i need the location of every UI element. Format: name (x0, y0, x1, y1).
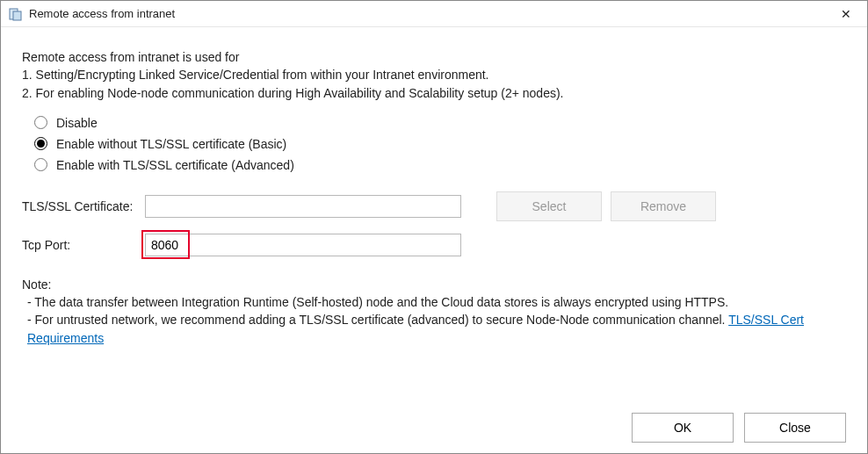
radio-basic[interactable]: Enable without TLS/SSL certificate (Basi… (34, 137, 846, 151)
remove-button: Remove (611, 191, 716, 221)
window-title: Remote access from intranet (29, 7, 828, 20)
radio-advanced[interactable]: Enable with TLS/SSL certificate (Advance… (34, 158, 846, 172)
note-line-2-text: - For untrusted network, we recommend ad… (27, 313, 728, 327)
intro-line-1: Remote access from intranet is used for (22, 48, 846, 66)
radio-basic-label: Enable without TLS/SSL certificate (Basi… (56, 137, 286, 151)
radio-advanced-label: Enable with TLS/SSL certificate (Advance… (56, 158, 294, 172)
radio-disable[interactable]: Disable (34, 116, 846, 130)
tcp-row: Tcp Port: (22, 234, 846, 256)
tcp-port-input[interactable] (145, 234, 461, 256)
app-icon (8, 7, 22, 21)
radio-group: Disable Enable without TLS/SSL certifica… (34, 116, 846, 172)
tls-certificate-input[interactable] (145, 195, 461, 218)
footer: OK Close (22, 402, 846, 443)
radio-disable-input[interactable] (34, 116, 47, 129)
close-icon: ✕ (841, 8, 851, 20)
titlebar: Remote access from intranet ✕ (1, 1, 867, 27)
note-heading: Note: (22, 276, 846, 293)
radio-advanced-input[interactable] (34, 158, 47, 171)
note-line-2: - For untrusted network, we recommend ad… (22, 311, 846, 347)
tls-label: TLS/SSL Certificate: (22, 199, 145, 213)
select-button: Select (496, 191, 602, 221)
ok-button[interactable]: OK (632, 413, 734, 443)
intro-line-3: 2. For enabling Node-node communication … (22, 84, 846, 102)
tcp-label: Tcp Port: (22, 238, 145, 252)
svg-rect-1 (13, 11, 21, 20)
content-area: Remote access from intranet is used for … (1, 27, 867, 453)
intro-text: Remote access from intranet is used for … (22, 48, 846, 102)
radio-basic-input[interactable] (34, 137, 47, 150)
radio-disable-label: Disable (56, 116, 98, 130)
note-section: Note: - The data transfer between Integr… (22, 276, 846, 347)
close-button[interactable]: ✕ (828, 2, 864, 26)
tls-row: TLS/SSL Certificate: Select Remove (22, 191, 846, 221)
close-footer-button[interactable]: Close (744, 413, 846, 443)
note-line-1: - The data transfer between Integration … (22, 293, 846, 311)
intro-line-2: 1. Setting/Encrypting Linked Service/Cre… (22, 66, 846, 83)
